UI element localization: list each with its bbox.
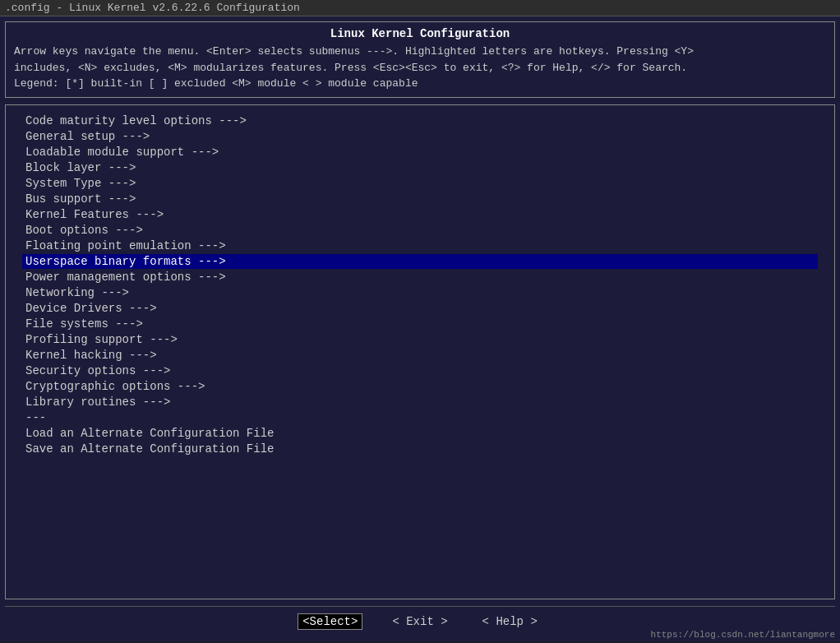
menu-item[interactable]: Cryptographic options ---> <box>22 379 818 394</box>
title-bar-text: .config - Linux Kernel v2.6.22.6 Configu… <box>5 2 300 14</box>
menu-item[interactable]: System Type ---> <box>22 176 818 191</box>
menu-item[interactable]: Loadable module support ---> <box>22 145 818 160</box>
menu-item[interactable]: File systems ---> <box>22 317 818 331</box>
extra-menu-item[interactable]: Save an Alternate Configuration File <box>22 442 818 456</box>
menu-item[interactable]: Boot options ---> <box>22 223 818 238</box>
title-bar: .config - Linux Kernel v2.6.22.6 Configu… <box>0 0 840 16</box>
footer-button[interactable]: < Help > <box>478 613 542 630</box>
menu-item[interactable]: Security options ---> <box>22 363 818 378</box>
extra-menu-item[interactable]: Load an Alternate Configuration File <box>22 426 818 441</box>
menu-item[interactable]: Networking ---> <box>22 285 818 300</box>
header-box: Linux Kernel Configuration Arrow keys na… <box>5 21 835 98</box>
header-title: Linux Kernel Configuration <box>14 27 826 40</box>
main-panel: Code maturity level options --->General … <box>5 104 835 600</box>
header-line1: Arrow keys navigate the menu. <Enter> se… <box>14 44 826 60</box>
menu-item[interactable]: Userspace binary formats ---> <box>22 254 818 269</box>
footer-button[interactable]: < Exit > <box>387 613 452 630</box>
footer-button[interactable]: <Select> <box>298 613 362 630</box>
outer-container: Linux Kernel Configuration Arrow keys na… <box>0 16 840 641</box>
menu-item[interactable]: Code maturity level options ---> <box>22 113 818 128</box>
menu-item[interactable]: Block layer ---> <box>22 160 818 175</box>
extra-menu-list: Load an Alternate Configuration FileSave… <box>22 426 818 591</box>
menu-item[interactable]: Profiling support ---> <box>22 332 818 347</box>
menu-separator: --- <box>22 409 818 426</box>
menu-item[interactable]: General setup ---> <box>22 129 818 144</box>
menu-item[interactable]: Kernel hacking ---> <box>22 348 818 363</box>
menu-list: Code maturity level options --->General … <box>22 113 818 409</box>
menu-item[interactable]: Power management options ---> <box>22 270 818 284</box>
watermark: https://blog.csdn.net/liantangmore <box>651 630 835 640</box>
menu-item[interactable]: Floating point emulation ---> <box>22 238 818 253</box>
header-line3: Legend: [*] built-in [ ] excluded <M> mo… <box>14 76 826 92</box>
menu-item[interactable]: Kernel Features ---> <box>22 207 818 222</box>
header-line2: includes, <N> excludes, <M> modularizes … <box>14 60 826 76</box>
menu-item[interactable]: Bus support ---> <box>22 192 818 206</box>
menu-item[interactable]: Library routines ---> <box>22 395 818 409</box>
menu-item[interactable]: Device Drivers ---> <box>22 301 818 316</box>
